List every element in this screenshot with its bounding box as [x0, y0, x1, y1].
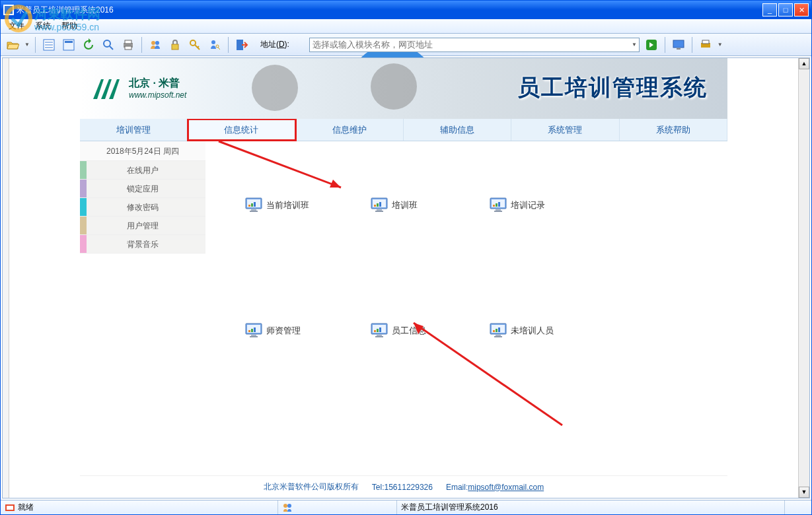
- users-status-icon: [282, 502, 293, 513]
- banner-title: 员工培训管理系统: [517, 73, 708, 103]
- tab-info-stats[interactable]: 信息统计: [188, 119, 295, 141]
- statusbar: 就绪 米普员工培训管理系统2016: [1, 500, 811, 514]
- key-icon[interactable]: [187, 37, 203, 53]
- monitor-icon: [371, 323, 388, 339]
- svg-point-28: [190, 40, 196, 46]
- svg-rect-19: [65, 41, 73, 43]
- svg-rect-10: [5, 6, 13, 14]
- monitor-icon: [490, 323, 507, 339]
- svg-line-40: [219, 141, 341, 188]
- sidebar-item-change-pwd[interactable]: 修改密码: [80, 198, 205, 217]
- window-title: 米普员工培训管理系统2016: [17, 5, 762, 16]
- app-icon: [3, 5, 14, 15]
- print2-icon[interactable]: [698, 37, 714, 53]
- left-gutter: [3, 58, 9, 498]
- arrow-annotation-1: [212, 135, 357, 203]
- item-class[interactable]: 培训班: [371, 197, 418, 213]
- go-icon[interactable]: [644, 37, 659, 53]
- tab-aux-info[interactable]: 辅助信息: [404, 119, 511, 141]
- list-icon[interactable]: [41, 37, 57, 53]
- item-untrained[interactable]: 未培训人员: [490, 323, 554, 339]
- sidebar-item-user-mgmt[interactable]: 用户管理: [80, 217, 205, 235]
- monitor-icon: [245, 323, 262, 339]
- scroll-down-icon[interactable]: ▼: [799, 487, 809, 498]
- status-ready: 就绪: [18, 502, 34, 513]
- menubar: 文件 系统 帮助: [1, 19, 811, 34]
- refresh-icon[interactable]: [81, 37, 96, 53]
- open-icon[interactable]: [5, 37, 20, 53]
- svg-rect-39: [702, 40, 709, 44]
- item-training-record[interactable]: 培训记录: [490, 197, 545, 213]
- find-icon[interactable]: [100, 37, 116, 53]
- svg-marker-41: [330, 180, 341, 188]
- banner: 北京 · 米普 www.mipsoft.net 员工培训管理系统: [80, 58, 727, 119]
- scroll-up-icon[interactable]: ▲: [799, 58, 809, 69]
- svg-point-32: [216, 45, 219, 48]
- logo-text-url: www.mipsoft.net: [129, 90, 186, 101]
- sidebar: 2018年5月24日 周四 在线用户 锁定应用 修改密码 用户管理 背景音乐: [80, 141, 205, 475]
- sidebar-item-bg-music[interactable]: 背景音乐: [80, 235, 205, 254]
- svg-rect-23: [125, 40, 131, 44]
- monitor-icon: [245, 197, 262, 213]
- svg-line-30: [198, 46, 199, 48]
- status-icon: [5, 502, 15, 513]
- svg-line-21: [110, 46, 113, 50]
- maximize-button[interactable]: □: [778, 3, 793, 17]
- desktop-icon[interactable]: [671, 37, 686, 53]
- item-current-class[interactable]: 当前培训班: [245, 197, 309, 213]
- form-icon[interactable]: [61, 37, 77, 53]
- close-button[interactable]: ✕: [794, 3, 809, 17]
- tab-sys-mgmt[interactable]: 系统管理: [511, 119, 619, 141]
- menu-system[interactable]: 系统: [30, 19, 56, 33]
- footer-email[interactable]: mipsoft@foxmail.com: [468, 483, 544, 492]
- sidebar-item-lock-app[interactable]: 锁定应用: [80, 180, 205, 198]
- toolbar: ▼ 地址(D): ▼ ▼: [1, 34, 811, 56]
- svg-point-26: [155, 41, 159, 45]
- tab-training-mgmt[interactable]: 培训管理: [80, 119, 188, 141]
- svg-rect-45: [7, 506, 13, 510]
- svg-rect-37: [677, 48, 681, 50]
- menu-help[interactable]: 帮助: [56, 19, 83, 33]
- monitor-icon: [490, 197, 507, 213]
- vertical-scrollbar[interactable]: ▲ ▼: [798, 58, 809, 498]
- titlebar: 米普员工培训管理系统2016 _ □ ✕: [1, 1, 811, 19]
- content-frame: 北京 · 米普 www.mipsoft.net 员工培训管理系统 培训管理 信息…: [9, 58, 798, 498]
- menu-file[interactable]: 文件: [3, 19, 30, 33]
- address-label: 地址(D):: [260, 39, 289, 50]
- svg-point-46: [283, 504, 287, 508]
- main-area: 当前培训班 培训班 培训记录: [205, 141, 727, 475]
- logo-text-cn: 北京 · 米普: [129, 77, 186, 90]
- date-display: 2018年5月24日 周四: [80, 141, 205, 161]
- tab-sys-help[interactable]: 系统帮助: [620, 119, 727, 141]
- svg-point-20: [104, 40, 110, 47]
- monitor-icon: [371, 197, 388, 213]
- svg-point-31: [211, 40, 215, 44]
- tab-info-maint[interactable]: 信息维护: [296, 119, 404, 141]
- app-window: 米普员工培训管理系统2016 _ □ ✕ 河東軟件网 www.pc0359.cn…: [0, 0, 812, 515]
- exit-icon[interactable]: [234, 37, 250, 53]
- svg-point-47: [287, 504, 291, 508]
- footer-copyright: 北京米普软件公司版权所有: [264, 481, 359, 493]
- status-app-name: 米普员工培训管理系统2016: [401, 502, 498, 513]
- users-icon[interactable]: [147, 37, 163, 53]
- lock-icon[interactable]: [167, 37, 183, 53]
- svg-rect-24: [125, 46, 131, 50]
- nav-tabs: 培训管理 信息统计 信息维护 辅助信息 系统管理 系统帮助: [80, 119, 727, 141]
- footer-tel: Tel:15611229326: [372, 483, 433, 492]
- svg-point-25: [151, 41, 155, 45]
- minimize-button[interactable]: _: [762, 3, 777, 17]
- svg-rect-36: [673, 40, 684, 48]
- ie-status-icon: [793, 502, 803, 513]
- logo-icon: [92, 75, 122, 102]
- page-footer: 北京米普软件公司版权所有 Tel:15611229326 Email:mipso…: [80, 475, 727, 498]
- svg-line-33: [218, 48, 220, 50]
- item-teacher-mgmt[interactable]: 师资管理: [245, 323, 301, 339]
- item-employee-info[interactable]: 员工信息: [371, 323, 426, 339]
- address-input[interactable]: [309, 38, 640, 52]
- svg-rect-27: [172, 44, 178, 50]
- sidebar-item-online-users[interactable]: 在线用户: [80, 161, 205, 180]
- user-key-icon[interactable]: [207, 37, 223, 53]
- print-icon[interactable]: [120, 37, 136, 53]
- client-area: 北京 · 米普 www.mipsoft.net 员工培训管理系统 培训管理 信息…: [2, 57, 810, 498]
- ie-icon: [293, 39, 305, 51]
